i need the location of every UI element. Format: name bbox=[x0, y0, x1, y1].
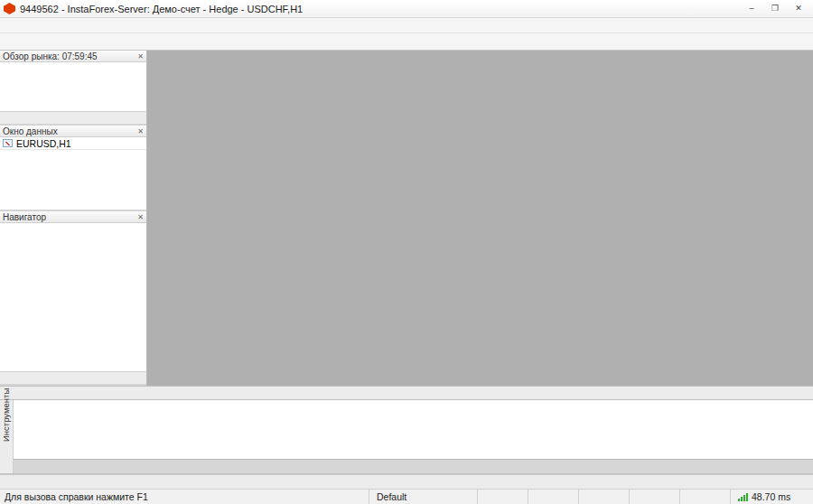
data-window-symbol: EURUSD,H1 bbox=[0, 137, 146, 150]
balance-row bbox=[14, 459, 813, 473]
toolbox: Инструменты bbox=[0, 400, 813, 474]
chart-area bbox=[147, 51, 813, 386]
close-icon[interactable]: ✕ bbox=[137, 52, 144, 61]
chart-icon bbox=[3, 139, 13, 147]
close-button[interactable]: ✕ bbox=[788, 2, 809, 15]
minimize-button[interactable]: – bbox=[741, 2, 762, 15]
bottom-tab-bar bbox=[0, 474, 813, 489]
data-window-title: Окно данных bbox=[3, 126, 137, 136]
app-logo-icon bbox=[4, 3, 15, 14]
maximize-button[interactable]: ❐ bbox=[764, 2, 786, 15]
menubar bbox=[0, 18, 813, 33]
navigator-panel: Навигатор ✕ bbox=[0, 211, 146, 386]
mt5-window: 9449562 - InstaForex-Server: Демо-счет -… bbox=[0, 0, 813, 504]
market-watch-panel: Обзор рынка: 07:59:45 ✕ bbox=[0, 51, 146, 126]
signal-bars-icon bbox=[738, 493, 748, 501]
market-watch-title: Обзор рынка: 07:59:45 bbox=[3, 51, 137, 61]
connection-status: 48.70 ms bbox=[730, 490, 813, 504]
data-window-panel: Окно данных ✕ EURUSD,H1 bbox=[0, 126, 146, 211]
titlebar: 9449562 - InstaForex-Server: Демо-счет -… bbox=[0, 0, 813, 18]
left-panels: Обзор рынка: 07:59:45 ✕ Окно данных ✕ EU… bbox=[0, 51, 147, 386]
navigator-title: Навигатор bbox=[3, 212, 137, 222]
chart-tab-bar bbox=[0, 386, 813, 400]
statusbar: Для вызова справки нажмите F1 Default 48… bbox=[0, 489, 813, 504]
close-icon[interactable]: ✕ bbox=[137, 127, 144, 135]
toolbox-vertical-tab[interactable]: Инструменты bbox=[0, 400, 14, 473]
status-help-text: Для вызова справки нажмите F1 bbox=[0, 491, 369, 502]
status-profile[interactable]: Default bbox=[369, 490, 477, 504]
toolbar bbox=[0, 33, 813, 51]
close-icon[interactable]: ✕ bbox=[137, 213, 144, 221]
window-title: 9449562 - InstaForex-Server: Демо-счет -… bbox=[20, 4, 741, 14]
